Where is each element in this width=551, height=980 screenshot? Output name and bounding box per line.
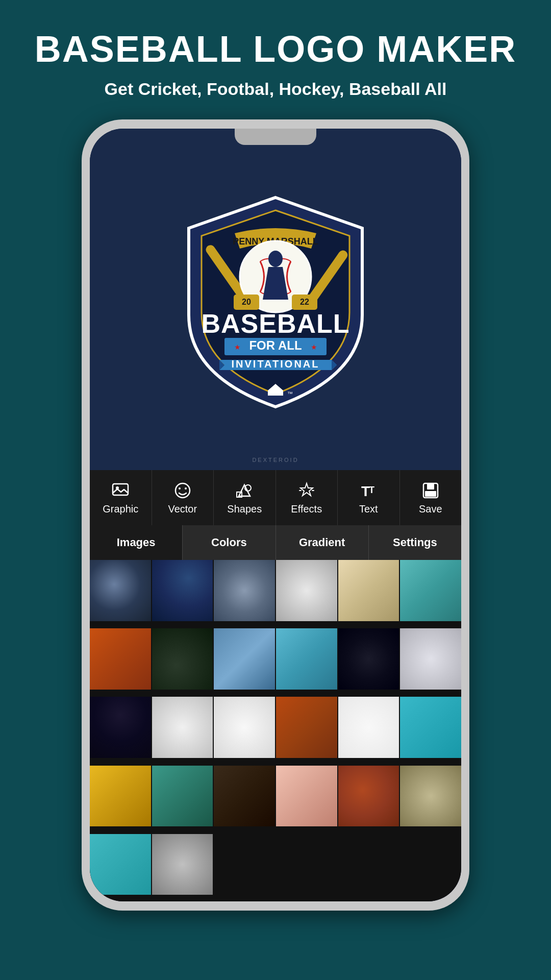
svg-rect-29 [427, 483, 434, 489]
grid-cell-2[interactable] [152, 560, 213, 621]
image-grid [90, 560, 461, 901]
subtoolbar-label-colors: Colors [211, 536, 247, 549]
svg-text:INVITATIONAL: INVITATIONAL [231, 358, 319, 370]
svg-point-21 [185, 487, 187, 489]
grid-cell-5[interactable] [338, 560, 399, 621]
svg-text:T: T [369, 485, 374, 495]
image-icon [111, 481, 130, 500]
subtoolbar-label-images: Images [117, 536, 156, 549]
subtoolbar-item-settings[interactable]: Settings [369, 525, 461, 560]
phone-notch [235, 129, 316, 145]
grid-cell-13[interactable] [90, 697, 151, 758]
toolbar-item-graphic[interactable]: Graphic [90, 470, 152, 525]
grid-cell-12[interactable] [400, 628, 461, 690]
grid-cell-4[interactable] [276, 560, 337, 621]
toolbar-item-save[interactable]: Save [400, 470, 462, 525]
grid-cell-7[interactable] [90, 628, 151, 690]
save-icon [421, 481, 440, 500]
svg-point-4 [268, 251, 283, 267]
grid-cell-1[interactable] [90, 560, 151, 621]
svg-text:FOR ALL: FOR ALL [249, 338, 302, 352]
subtoolbar-label-settings: Settings [393, 536, 437, 549]
watermark: DEXTEROID [252, 457, 298, 463]
grid-cell-20[interactable] [152, 766, 213, 827]
shapes-icon [235, 481, 254, 500]
grid-cell-23[interactable] [338, 766, 399, 827]
grid-cell-10[interactable] [276, 628, 337, 690]
toolbar-label-effects: Effects [291, 503, 322, 515]
svg-text:20: 20 [242, 298, 251, 306]
subtoolbar: Images Colors Gradient Settings [90, 525, 461, 560]
grid-cell-25[interactable] [90, 834, 151, 895]
grid-cell-14[interactable] [152, 697, 213, 758]
svg-point-19 [176, 483, 190, 498]
toolbar-item-vector[interactable]: Vector [152, 470, 214, 525]
emoji-icon [173, 481, 192, 500]
toolbar: Graphic Vector Shapes [90, 470, 461, 525]
app-title: BASEBALL LOGO MAKER [35, 28, 517, 70]
subtoolbar-label-gradient: Gradient [299, 536, 345, 549]
grid-cell-6[interactable] [400, 560, 461, 621]
grid-cell-21[interactable] [214, 766, 275, 827]
toolbar-label-save: Save [419, 503, 442, 515]
grid-cell-18[interactable] [400, 697, 461, 758]
logo-area: PENNY MARSHALL [90, 129, 461, 470]
svg-text:22: 22 [300, 298, 309, 306]
grid-cell-26[interactable] [152, 834, 213, 895]
toolbar-item-effects[interactable]: Effects [276, 470, 338, 525]
subtoolbar-item-colors[interactable]: Colors [183, 525, 276, 560]
text-icon: T T [359, 481, 378, 500]
grid-cell-11[interactable] [338, 628, 399, 690]
toolbar-item-shapes[interactable]: Shapes [214, 470, 276, 525]
grid-cell-16[interactable] [276, 697, 337, 758]
svg-text:BASEBALL: BASEBALL [201, 309, 349, 338]
grid-cell-22[interactable] [276, 766, 337, 827]
grid-cell-9[interactable] [214, 628, 275, 690]
toolbar-label-text: Text [359, 503, 378, 515]
effects-icon [297, 481, 316, 500]
phone-container: PENNY MARSHALL [82, 119, 469, 911]
grid-cell-24[interactable] [400, 766, 461, 827]
svg-rect-30 [425, 491, 436, 497]
svg-rect-17 [113, 484, 128, 495]
grid-cell-15[interactable] [214, 697, 275, 758]
grid-cell-8[interactable] [152, 628, 213, 690]
phone-screen: PENNY MARSHALL [90, 129, 461, 901]
subtoolbar-item-images[interactable]: Images [90, 525, 183, 560]
subtoolbar-item-gradient[interactable]: Gradient [276, 525, 369, 560]
svg-text:★: ★ [234, 343, 241, 351]
svg-text:™: ™ [287, 390, 293, 397]
grid-cell-19[interactable] [90, 766, 151, 827]
grid-cell-17[interactable] [338, 697, 399, 758]
toolbar-item-text[interactable]: T T Text [338, 470, 400, 525]
toolbar-label-vector: Vector [168, 503, 197, 515]
toolbar-label-shapes: Shapes [227, 503, 262, 515]
svg-point-20 [179, 487, 181, 489]
app-subtitle: Get Cricket, Footbal, Hockey, Baseball A… [105, 79, 447, 99]
toolbar-label-graphic: Graphic [103, 503, 138, 515]
grid-cell-3[interactable] [214, 560, 275, 621]
logo-svg-container: PENNY MARSHALL [158, 182, 393, 417]
svg-text:★: ★ [311, 343, 317, 351]
